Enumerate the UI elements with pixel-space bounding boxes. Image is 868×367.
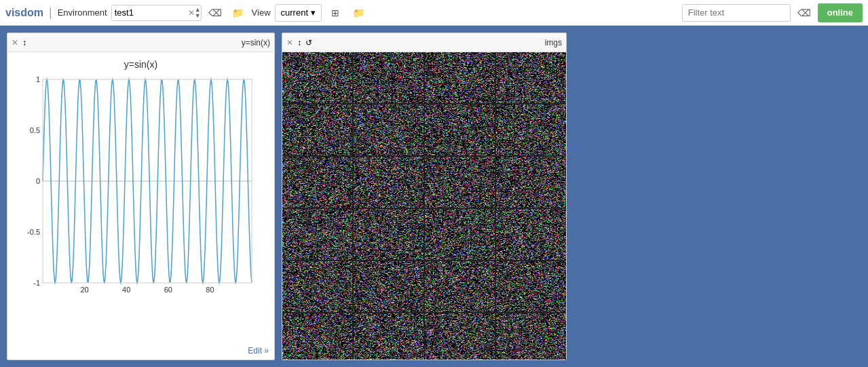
noise-cell — [425, 104, 495, 155]
main-area: ✕ ↕ y=sin(x) y=sin(x) Edit » ✕ ↕ ↺ imgs — [0, 26, 868, 367]
view-dropdown-value: current — [281, 7, 308, 18]
noise-cell — [354, 52, 423, 103]
imgs-panel-title: imgs — [316, 38, 562, 47]
view-label: View — [252, 7, 271, 18]
noise-cell — [354, 209, 423, 260]
sin-chart-title: y=sin(x) — [14, 59, 267, 70]
noise-cell — [354, 157, 423, 208]
env-clear-button[interactable]: ✕ — [188, 8, 195, 18]
filter-clear-icon: ⌫ — [797, 7, 811, 18]
folder-icon-right: 📁 — [353, 7, 364, 18]
noise-cell — [282, 261, 352, 312]
env-input-wrap: ✕ ▲ ▼ — [111, 5, 202, 21]
header: visdom | Environment ✕ ▲ ▼ ⌫ 📁 View curr… — [0, 0, 868, 26]
noise-cell — [496, 104, 566, 155]
noise-cell — [496, 313, 566, 360]
sin-chart-area: y=sin(x) Edit » — [7, 52, 274, 360]
noise-cell — [282, 313, 352, 360]
filter-input[interactable] — [682, 4, 791, 22]
noise-cell — [496, 209, 566, 260]
noise-cell — [282, 104, 352, 155]
imgs-panel: ✕ ↕ ↺ imgs — [282, 33, 567, 360]
folder-icon-left: 📁 — [232, 7, 244, 18]
noise-cell — [425, 209, 495, 260]
noise-cell — [354, 104, 423, 155]
noise-cell — [282, 52, 352, 103]
env-arrow-down[interactable]: ▼ — [195, 13, 201, 19]
grid-view-button[interactable]: ⊞ — [326, 3, 345, 22]
noise-cell — [282, 157, 352, 208]
sin-panel-refresh[interactable]: ↕ — [22, 38, 26, 47]
view-dropdown[interactable]: current ▾ — [275, 4, 322, 22]
noise-cell — [425, 157, 495, 208]
noise-cell — [425, 52, 495, 103]
sin-chart-panel: ✕ ↕ y=sin(x) y=sin(x) Edit » — [7, 33, 275, 360]
imgs-grid-area[interactable] — [282, 52, 566, 360]
imgs-panel-header: ✕ ↕ ↺ imgs — [282, 33, 566, 52]
filter-clear-button[interactable]: ⌫ — [795, 3, 814, 22]
online-button[interactable]: online — [818, 3, 863, 22]
noise-cell — [496, 157, 566, 208]
environment-input[interactable] — [112, 5, 187, 20]
edit-link[interactable]: Edit » — [248, 346, 269, 355]
imgs-panel-refresh[interactable]: ↕ — [297, 38, 301, 47]
noise-cell — [425, 261, 495, 312]
folder-button-right[interactable]: 📁 — [349, 3, 368, 22]
sin-panel-close[interactable]: ✕ — [12, 38, 18, 47]
imgs-grid — [282, 52, 566, 360]
noise-cell — [496, 261, 566, 312]
env-arrows: ▲ ▼ — [195, 5, 201, 21]
imgs-panel-close[interactable]: ✕ — [286, 38, 293, 47]
environment-label: Environment — [58, 7, 107, 18]
grid-icon: ⊞ — [331, 7, 339, 18]
sin-canvas — [14, 73, 259, 303]
sin-panel-header: ✕ ↕ y=sin(x) — [7, 33, 274, 52]
noise-cell — [354, 261, 423, 312]
brand-logo: visdom — [5, 7, 43, 19]
header-separator: | — [49, 5, 52, 20]
sin-panel-title: y=sin(x) — [31, 38, 270, 47]
eraser-button[interactable]: ⌫ — [206, 3, 225, 22]
noise-cell — [282, 209, 352, 260]
noise-cell — [496, 52, 566, 103]
noise-cell — [425, 313, 495, 360]
folder-button-left[interactable]: 📁 — [229, 3, 248, 22]
imgs-panel-reset[interactable]: ↺ — [305, 38, 312, 47]
chevron-down-icon: ▾ — [311, 7, 316, 18]
noise-cell — [354, 313, 423, 360]
eraser-icon: ⌫ — [208, 7, 222, 18]
